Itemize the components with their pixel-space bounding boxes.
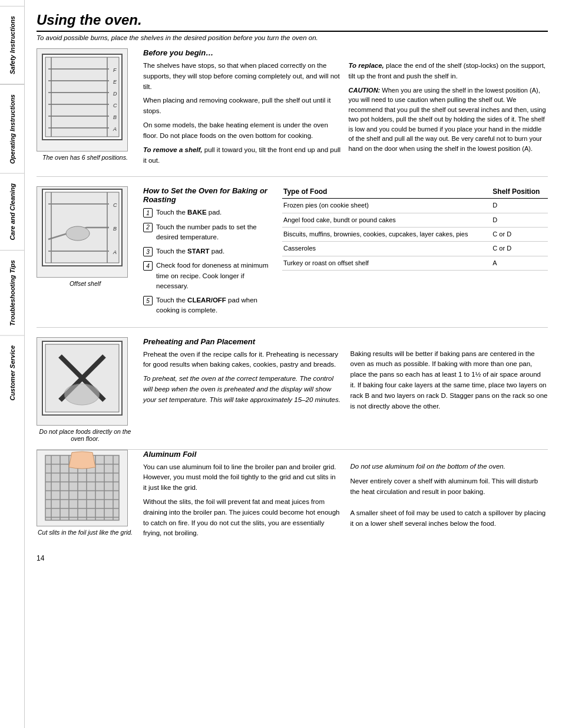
sidebar-item-troubleshooting[interactable]: Troubleshooting Tips: [0, 250, 24, 335]
foil-right-italic: Do not use aluminum foil on the bottom o…: [351, 462, 548, 472]
before-begin-columns: The shelves have stops, so that when pla…: [143, 61, 548, 169]
sidebar-item-care[interactable]: Care and Cleaning: [0, 173, 24, 250]
before-begin-content: Before you begin… The shelves have stops…: [143, 48, 548, 169]
table-row: Angel food cake, bundt or pound cakesD: [282, 213, 548, 227]
step-4: 4 Check food for doneness at minimum tim…: [143, 261, 273, 291]
step-3-text: Touch the START pad.: [156, 246, 224, 256]
no-food-floor-caption: Do not place foods directly on the oven …: [37, 428, 134, 442]
sidebar-item-operating[interactable]: Operating Instructions: [0, 84, 24, 173]
sidebar-item-customer[interactable]: Customer Service: [0, 335, 24, 410]
svg-point-30: [64, 384, 100, 405]
before-begin-section: F E D C B A: [37, 48, 548, 177]
step-3: 3 Touch the START pad.: [143, 246, 273, 256]
preheat-italic: To preheat, set the oven at the correct …: [143, 374, 341, 405]
oven-shelf-image: F E D C B A: [37, 48, 128, 151]
svg-text:C: C: [113, 103, 117, 108]
step-1-text: Touch the BAKE pad.: [156, 207, 222, 218]
caution-label: CAUTION:: [349, 87, 381, 94]
shelf-position-cell: C or D: [491, 242, 548, 256]
page-title: Using the oven.: [37, 12, 548, 32]
oven-shelf-image-container: F E D C B A: [37, 48, 134, 161]
step-num-4: 4: [143, 261, 153, 271]
before-begin-para3: On some models, the bake heating element…: [143, 120, 343, 141]
food-name-cell: Angel food cake, bundt or pound cakes: [282, 213, 491, 227]
foil-right-text: Never entirely cover a shelf with alumin…: [351, 476, 548, 529]
before-begin-para2: When placing and removing cookware, pull…: [143, 95, 343, 117]
caution-text: When you are using the shelf in the lowe…: [349, 87, 546, 152]
before-begin-row: F E D C B A: [37, 48, 548, 169]
preheat-header: Preheating and Pan Placement: [143, 337, 341, 346]
step-num-5: 5: [143, 296, 153, 305]
before-begin-caution: CAUTION: When you are using the shelf in…: [349, 85, 548, 154]
baking-steps: How to Set the Oven for Baking or Roasti…: [143, 186, 273, 319]
table-row: Frozen pies (on cookie sheet)D: [282, 199, 548, 213]
sidebar: Safety Instructions Operating Instructio…: [0, 0, 25, 728]
remove-label: To remove a shelf,: [143, 146, 203, 153]
preheat-para1: Preheat the oven if the recipe calls for…: [143, 350, 341, 371]
svg-text:B: B: [113, 226, 117, 232]
table-row: CasserolesC or D: [282, 242, 548, 256]
svg-text:A: A: [113, 249, 117, 255]
step-5: 5 Touch the CLEAR/OFF pad when cooking i…: [143, 295, 273, 316]
food-table: Type of Food Shelf Position Frozen pies …: [282, 186, 548, 271]
foil-image: [37, 450, 128, 526]
table-row: Biscuits, muffins, brownies, cookies, cu…: [282, 228, 548, 242]
svg-text:B: B: [113, 114, 117, 120]
main-content: Using the oven. To avoid possible burns,…: [25, 0, 562, 728]
svg-text:D: D: [113, 91, 117, 97]
preheat-image-container: Do not place foods directly on the oven …: [37, 337, 134, 442]
step-4-text: Check food for doneness at minimum time …: [156, 261, 273, 291]
svg-point-25: [66, 226, 90, 241]
before-begin-para1: The shelves have stops, so that when pla…: [143, 61, 343, 92]
step-5-text: Touch the CLEAR/OFF pad when cooking is …: [156, 295, 273, 316]
step-2: 2 Touch the number pads to set the desir…: [143, 222, 273, 243]
food-name-cell: Biscuits, muffins, brownies, cookies, cu…: [282, 228, 491, 242]
baking-table-container: Type of Food Shelf Position Frozen pies …: [282, 186, 548, 319]
food-name-cell: Turkey or roast on offset shelf: [282, 256, 491, 270]
preheat-middle-col: Preheating and Pan Placement Preheat the…: [143, 337, 341, 442]
svg-text:C: C: [113, 202, 117, 208]
clearoff-bold: CLEAR/OFF: [187, 297, 226, 304]
sidebar-item-safety[interactable]: Safety Instructions: [0, 6, 24, 84]
svg-text:E: E: [113, 79, 117, 85]
step-1: 1 Touch the BAKE pad.: [143, 207, 273, 218]
before-begin-remove: To remove a shelf, pull it toward you, t…: [143, 145, 343, 166]
table-row: Turkey or roast on offset shelfA: [282, 256, 548, 270]
before-begin-replace: To replace, place the end of the shelf (…: [349, 61, 548, 82]
preheat-section: Do not place foods directly on the oven …: [37, 337, 548, 450]
baking-section: C B A Offset shelf: [37, 186, 548, 327]
baking-image-container: C B A Offset shelf: [37, 186, 134, 319]
foil-image-container: Cut slits in the foil just like the grid…: [37, 450, 134, 543]
foil-header: Aluminum Foil: [143, 450, 341, 459]
no-food-floor-image: [37, 337, 128, 426]
shelf-position-cell: C or D: [491, 228, 548, 242]
col1-header: Type of Food: [282, 186, 491, 199]
page-subtitle: To avoid possible burns, place the shelv…: [37, 34, 548, 41]
svg-text:A: A: [113, 126, 117, 132]
step-num-2: 2: [143, 223, 153, 232]
page-number: 14: [37, 554, 548, 562]
baking-row: C B A Offset shelf: [37, 186, 548, 319]
shelf-position-cell: D: [491, 213, 548, 227]
before-begin-right-col: To replace, place the end of the shelf (…: [349, 61, 548, 169]
foil-para1: You can use aluminum foil to line the br…: [143, 462, 341, 493]
step-2-text: Touch the number pads to set the desired…: [156, 222, 273, 243]
before-begin-left-col: The shelves have stops, so that when pla…: [143, 61, 343, 169]
foil-middle-col: Aluminum Foil You can use aluminum foil …: [143, 450, 341, 543]
before-begin-header: Before you begin…: [143, 48, 548, 57]
offset-shelf-image: C B A: [37, 186, 128, 278]
shelf-position-cell: D: [491, 199, 548, 213]
foil-image-caption: Cut slits in the foil just like the grid…: [37, 529, 134, 536]
start-bold: START: [187, 248, 209, 255]
col2-header: Shelf Position: [491, 186, 548, 199]
food-name-cell: Casseroles: [282, 242, 491, 256]
baking-header: How to Set the Oven for Baking or Roasti…: [143, 186, 273, 204]
step-num-3: 3: [143, 247, 153, 256]
steps-list: 1 Touch the BAKE pad. 2 Touch the number…: [143, 207, 273, 315]
bake-bold: BAKE: [187, 209, 207, 216]
offset-shelf-caption: Offset shelf: [37, 280, 134, 287]
foil-para2: Without the slits, the foil will prevent…: [143, 497, 341, 539]
foil-section: Cut slits in the foil just like the grid…: [37, 450, 548, 550]
svg-text:F: F: [113, 67, 117, 73]
food-name-cell: Frozen pies (on cookie sheet): [282, 199, 491, 213]
